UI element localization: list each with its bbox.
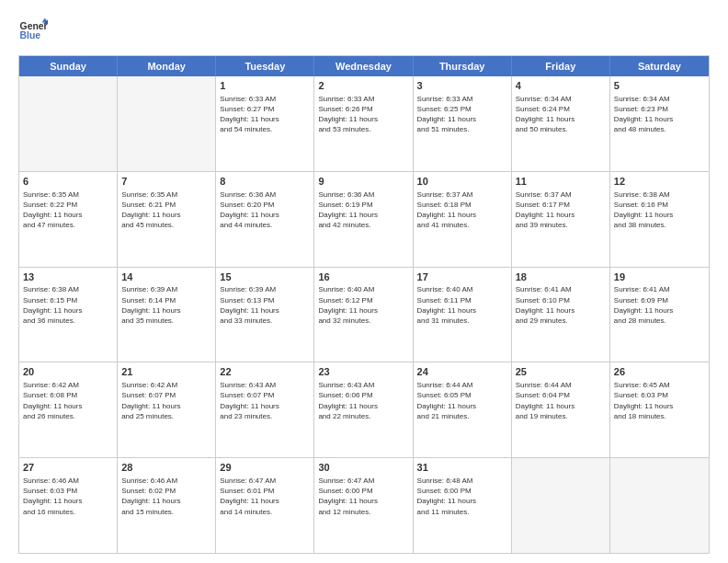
calendar-cell-empty xyxy=(610,458,709,553)
logo: General Blue xyxy=(18,17,50,46)
svg-text:Blue: Blue xyxy=(20,30,41,40)
cell-sun-info: Sunrise: 6:39 AMSunset: 6:13 PMDaylight:… xyxy=(220,284,310,326)
cell-sun-info: Sunrise: 6:38 AMSunset: 6:16 PMDaylight:… xyxy=(614,190,705,231)
cell-sun-info: Sunrise: 6:47 AMSunset: 6:01 PMDaylight:… xyxy=(220,476,310,517)
cell-sun-info: Sunrise: 6:41 AMSunset: 6:10 PMDaylight:… xyxy=(516,284,606,326)
day-number: 17 xyxy=(417,270,507,284)
calendar-cell-day-3: 3Sunrise: 6:33 AMSunset: 6:25 PMDaylight… xyxy=(414,76,512,171)
calendar-cell-day-8: 8Sunrise: 6:36 AMSunset: 6:20 PMDaylight… xyxy=(216,172,314,267)
calendar-row-2: 13Sunrise: 6:38 AMSunset: 6:15 PMDayligh… xyxy=(19,267,709,362)
day-number: 29 xyxy=(220,461,310,475)
calendar-row-4: 27Sunrise: 6:46 AMSunset: 6:03 PMDayligh… xyxy=(19,457,709,553)
weekday-header-friday: Friday xyxy=(512,56,610,76)
day-number: 8 xyxy=(220,175,310,189)
calendar-cell-day-18: 18Sunrise: 6:41 AMSunset: 6:10 PMDayligh… xyxy=(512,268,610,362)
calendar-cell-day-15: 15Sunrise: 6:39 AMSunset: 6:13 PMDayligh… xyxy=(216,268,314,362)
calendar-cell-day-4: 4Sunrise: 6:34 AMSunset: 6:24 PMDaylight… xyxy=(512,76,610,171)
calendar-cell-empty xyxy=(512,458,610,553)
calendar-cell-day-22: 22Sunrise: 6:43 AMSunset: 6:07 PMDayligh… xyxy=(216,362,314,457)
page: General Blue SundayMondayTuesdayWednesda… xyxy=(0,0,728,563)
day-number: 18 xyxy=(516,270,606,284)
day-number: 22 xyxy=(220,365,310,379)
calendar-cell-day-11: 11Sunrise: 6:37 AMSunset: 6:17 PMDayligh… xyxy=(512,172,610,267)
weekday-header-sunday: Sunday xyxy=(19,56,118,76)
calendar-cell-day-14: 14Sunrise: 6:39 AMSunset: 6:14 PMDayligh… xyxy=(118,268,216,362)
day-number: 19 xyxy=(614,270,705,284)
calendar-row-1: 6Sunrise: 6:35 AMSunset: 6:22 PMDaylight… xyxy=(19,171,709,267)
calendar-cell-day-1: 1Sunrise: 6:33 AMSunset: 6:27 PMDaylight… xyxy=(216,76,314,171)
calendar-cell-empty xyxy=(118,76,216,171)
cell-sun-info: Sunrise: 6:44 AMSunset: 6:05 PMDaylight:… xyxy=(417,380,507,421)
cell-sun-info: Sunrise: 6:38 AMSunset: 6:15 PMDaylight:… xyxy=(23,284,113,326)
calendar-row-3: 20Sunrise: 6:42 AMSunset: 6:08 PMDayligh… xyxy=(19,362,709,457)
day-number: 25 xyxy=(516,365,606,379)
day-number: 20 xyxy=(23,365,113,379)
day-number: 26 xyxy=(614,365,705,379)
cell-sun-info: Sunrise: 6:42 AMSunset: 6:08 PMDaylight:… xyxy=(23,380,113,421)
calendar-cell-day-12: 12Sunrise: 6:38 AMSunset: 6:16 PMDayligh… xyxy=(610,172,709,267)
cell-sun-info: Sunrise: 6:46 AMSunset: 6:03 PMDaylight:… xyxy=(23,476,113,517)
cell-sun-info: Sunrise: 6:47 AMSunset: 6:00 PMDaylight:… xyxy=(318,476,408,517)
cell-sun-info: Sunrise: 6:34 AMSunset: 6:24 PMDaylight:… xyxy=(516,94,606,135)
cell-sun-info: Sunrise: 6:42 AMSunset: 6:07 PMDaylight:… xyxy=(121,380,211,421)
calendar-cell-day-26: 26Sunrise: 6:45 AMSunset: 6:03 PMDayligh… xyxy=(610,362,709,457)
calendar-cell-day-31: 31Sunrise: 6:48 AMSunset: 6:00 PMDayligh… xyxy=(414,458,512,553)
calendar-cell-day-6: 6Sunrise: 6:35 AMSunset: 6:22 PMDaylight… xyxy=(19,172,118,267)
day-number: 13 xyxy=(23,270,113,284)
cell-sun-info: Sunrise: 6:40 AMSunset: 6:12 PMDaylight:… xyxy=(318,284,408,326)
day-number: 31 xyxy=(417,461,507,475)
cell-sun-info: Sunrise: 6:37 AMSunset: 6:17 PMDaylight:… xyxy=(516,190,606,231)
calendar-cell-day-19: 19Sunrise: 6:41 AMSunset: 6:09 PMDayligh… xyxy=(610,268,709,362)
day-number: 1 xyxy=(220,79,310,93)
calendar-cell-day-9: 9Sunrise: 6:36 AMSunset: 6:19 PMDaylight… xyxy=(314,172,413,267)
cell-sun-info: Sunrise: 6:37 AMSunset: 6:18 PMDaylight:… xyxy=(417,190,507,231)
day-number: 6 xyxy=(23,175,113,189)
calendar-cell-day-30: 30Sunrise: 6:47 AMSunset: 6:00 PMDayligh… xyxy=(314,458,413,553)
calendar-cell-day-16: 16Sunrise: 6:40 AMSunset: 6:12 PMDayligh… xyxy=(314,268,413,362)
day-number: 3 xyxy=(417,79,507,93)
day-number: 11 xyxy=(516,175,606,189)
calendar-cell-day-25: 25Sunrise: 6:44 AMSunset: 6:04 PMDayligh… xyxy=(512,362,610,457)
cell-sun-info: Sunrise: 6:33 AMSunset: 6:27 PMDaylight:… xyxy=(220,94,310,135)
calendar-cell-day-10: 10Sunrise: 6:37 AMSunset: 6:18 PMDayligh… xyxy=(414,172,512,267)
cell-sun-info: Sunrise: 6:35 AMSunset: 6:22 PMDaylight:… xyxy=(23,190,113,231)
weekday-header-tuesday: Tuesday xyxy=(216,56,314,76)
cell-sun-info: Sunrise: 6:39 AMSunset: 6:14 PMDaylight:… xyxy=(121,284,211,326)
calendar-cell-day-17: 17Sunrise: 6:40 AMSunset: 6:11 PMDayligh… xyxy=(414,268,512,362)
calendar-cell-day-13: 13Sunrise: 6:38 AMSunset: 6:15 PMDayligh… xyxy=(19,268,118,362)
cell-sun-info: Sunrise: 6:46 AMSunset: 6:02 PMDaylight:… xyxy=(121,476,211,517)
calendar-cell-day-27: 27Sunrise: 6:46 AMSunset: 6:03 PMDayligh… xyxy=(19,458,118,553)
weekday-header-wednesday: Wednesday xyxy=(314,56,413,76)
day-number: 24 xyxy=(417,365,507,379)
cell-sun-info: Sunrise: 6:41 AMSunset: 6:09 PMDaylight:… xyxy=(614,284,705,326)
weekday-header-monday: Monday xyxy=(118,56,216,76)
calendar-cell-day-23: 23Sunrise: 6:43 AMSunset: 6:06 PMDayligh… xyxy=(314,362,413,457)
calendar-cell-day-2: 2Sunrise: 6:33 AMSunset: 6:26 PMDaylight… xyxy=(314,76,413,171)
calendar-cell-day-24: 24Sunrise: 6:44 AMSunset: 6:05 PMDayligh… xyxy=(414,362,512,457)
day-number: 12 xyxy=(614,175,705,189)
cell-sun-info: Sunrise: 6:34 AMSunset: 6:23 PMDaylight:… xyxy=(614,94,705,135)
weekday-header-saturday: Saturday xyxy=(610,56,709,76)
calendar-row-0: 1Sunrise: 6:33 AMSunset: 6:27 PMDaylight… xyxy=(19,76,709,171)
calendar-cell-day-20: 20Sunrise: 6:42 AMSunset: 6:08 PMDayligh… xyxy=(19,362,118,457)
calendar-cell-day-7: 7Sunrise: 6:35 AMSunset: 6:21 PMDaylight… xyxy=(118,172,216,267)
day-number: 28 xyxy=(121,461,211,475)
cell-sun-info: Sunrise: 6:44 AMSunset: 6:04 PMDaylight:… xyxy=(516,380,606,421)
day-number: 27 xyxy=(23,461,113,475)
day-number: 23 xyxy=(318,365,408,379)
cell-sun-info: Sunrise: 6:33 AMSunset: 6:25 PMDaylight:… xyxy=(417,94,507,135)
generalblue-logo-icon: General Blue xyxy=(18,17,48,46)
cell-sun-info: Sunrise: 6:36 AMSunset: 6:19 PMDaylight:… xyxy=(318,190,408,231)
day-number: 9 xyxy=(318,175,408,189)
calendar-cell-day-29: 29Sunrise: 6:47 AMSunset: 6:01 PMDayligh… xyxy=(216,458,314,553)
calendar-cell-day-21: 21Sunrise: 6:42 AMSunset: 6:07 PMDayligh… xyxy=(118,362,216,457)
cell-sun-info: Sunrise: 6:43 AMSunset: 6:06 PMDaylight:… xyxy=(318,380,408,421)
calendar-header: SundayMondayTuesdayWednesdayThursdayFrid… xyxy=(19,56,709,76)
day-number: 15 xyxy=(220,270,310,284)
day-number: 30 xyxy=(318,461,408,475)
calendar-cell-day-28: 28Sunrise: 6:46 AMSunset: 6:02 PMDayligh… xyxy=(118,458,216,553)
cell-sun-info: Sunrise: 6:43 AMSunset: 6:07 PMDaylight:… xyxy=(220,380,310,421)
cell-sun-info: Sunrise: 6:48 AMSunset: 6:00 PMDaylight:… xyxy=(417,476,507,517)
day-number: 21 xyxy=(121,365,211,379)
calendar-cell-empty xyxy=(19,76,118,171)
